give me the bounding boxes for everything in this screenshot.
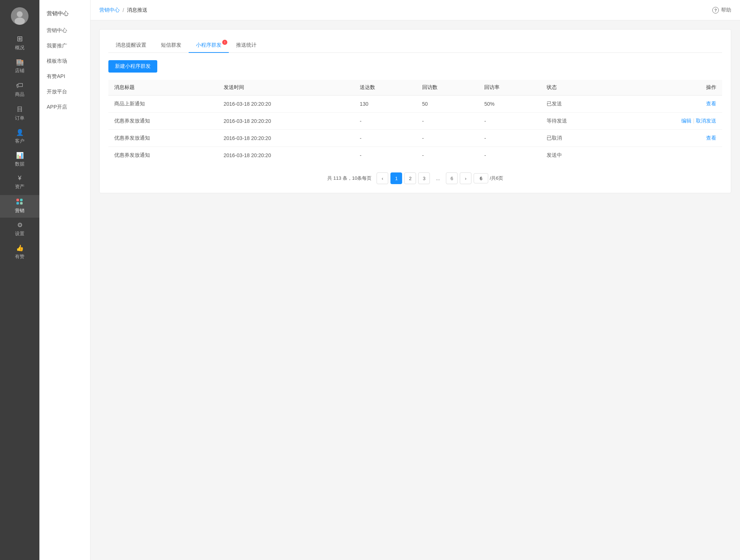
cell-send-time: 2016-03-18 20:20:20 <box>218 130 354 147</box>
sidebar-item-marketing[interactable]: 营销 <box>0 195 39 218</box>
sub-sidebar: 营销中心 营销中心 我要推广 模板市场 有赞API 开放平台 APP开店 <box>39 0 90 560</box>
cell-status: 等待发送 <box>541 113 615 130</box>
pagination-total-pages-label: /共6页 <box>490 175 503 182</box>
sidebar-item-shop-label: 店铺 <box>15 67 24 74</box>
sidebar-item-orders[interactable]: 目 订单 <box>0 101 39 125</box>
sidebar-item-marketing-label: 营销 <box>15 207 24 214</box>
sidebar-item-youzan-label: 有赞 <box>15 253 24 260</box>
cell-revisit-rate: - <box>478 147 541 164</box>
pagination-page-1[interactable]: 1 <box>390 172 402 184</box>
tabs-container: 消息提醒设置 短信群发 小程序群发 ! 推送统计 <box>108 38 722 53</box>
col-action: 操作 <box>615 80 722 96</box>
cell-title: 优惠券发放通知 <box>108 147 218 164</box>
help-button[interactable]: ? 帮助 <box>712 7 731 13</box>
orders-icon: 目 <box>17 105 23 113</box>
sub-sidebar-item-open-platform[interactable]: 开放平台 <box>39 84 90 100</box>
cell-send-time: 2016-03-18 20:20:20 <box>218 147 354 164</box>
cell-status: 发送中 <box>541 147 615 164</box>
cell-send-time: 2016-03-18 20:20:20 <box>218 96 354 113</box>
shop-icon: 🏬 <box>16 58 24 66</box>
cell-reach-count: 130 <box>354 96 416 113</box>
sidebar-item-settings[interactable]: ⚙ 设置 <box>0 218 39 241</box>
sidebar-item-settings-label: 设置 <box>15 230 24 237</box>
sub-sidebar-item-promote[interactable]: 我要推广 <box>39 38 90 54</box>
cell-reach-count: - <box>354 147 416 164</box>
tab-alert-settings[interactable]: 消息提醒设置 <box>108 38 154 53</box>
cell-actions <box>615 147 722 164</box>
breadcrumb-separator: / <box>123 7 124 13</box>
action-link[interactable]: 查看 <box>706 135 716 141</box>
sidebar-item-assets-label: 资产 <box>15 183 24 190</box>
cell-revisit-rate: 50% <box>478 96 541 113</box>
content-area: 消息提醒设置 短信群发 小程序群发 ! 推送统计 新建小程序群发 <box>90 20 740 560</box>
cell-revisit-count: - <box>416 130 479 147</box>
content-card: 消息提醒设置 短信群发 小程序群发 ! 推送统计 新建小程序群发 <box>99 29 731 193</box>
sidebar-item-youzan[interactable]: 👍 有赞 <box>0 241 39 264</box>
pagination: 共 113 条，10条每页 ‹ 1 2 3 ... 6 › /共6页 <box>108 172 722 184</box>
sub-sidebar-item-template[interactable]: 模板市场 <box>39 54 90 69</box>
tab-alert-settings-label: 消息提醒设置 <box>116 42 146 48</box>
settings-icon: ⚙ <box>17 221 23 229</box>
table-row: 优惠券发放通知2016-03-18 20:20:20---发送中 <box>108 147 722 164</box>
cell-reach-count: - <box>354 113 416 130</box>
help-icon: ? <box>712 7 719 13</box>
tab-mini-program-label: 小程序群发 <box>196 42 221 48</box>
sidebar-item-data-label: 数据 <box>15 161 24 167</box>
cell-actions: 编辑|取消发送 <box>615 113 722 130</box>
tab-push-stats[interactable]: 推送统计 <box>229 38 264 53</box>
tab-mini-program-broadcast[interactable]: 小程序群发 ! <box>189 38 229 53</box>
pagination-goto-input[interactable] <box>474 173 488 183</box>
sidebar-item-customers-label: 客户 <box>15 138 24 144</box>
breadcrumb-marketing-link[interactable]: 营销中心 <box>99 7 120 13</box>
action-link[interactable]: 取消发送 <box>696 118 716 124</box>
pagination-total: 共 113 条，10条每页 <box>327 175 371 182</box>
col-revisit-rate: 回访率 <box>478 80 541 96</box>
table-row: 优惠券发放通知2016-03-18 20:20:20---等待发送编辑|取消发送 <box>108 113 722 130</box>
customers-icon: 👤 <box>16 129 24 136</box>
sub-sidebar-item-api[interactable]: 有赞API <box>39 69 90 84</box>
pagination-total-pages: /共6页 <box>474 173 503 183</box>
pagination-ellipsis: ... <box>432 172 444 184</box>
breadcrumb-current: 消息推送 <box>127 7 147 13</box>
sidebar: ⊞ 概况 🏬 店铺 🏷 商品 目 订单 👤 客户 📊 数据 ¥ 资产 营销 <box>0 0 39 560</box>
col-reach-count: 送达数 <box>354 80 416 96</box>
svg-point-1 <box>17 11 23 17</box>
cell-revisit-rate: - <box>478 130 541 147</box>
sub-sidebar-title: 营销中心 <box>39 6 90 23</box>
action-link[interactable]: 编辑 <box>681 118 691 124</box>
cell-revisit-rate: - <box>478 113 541 130</box>
sidebar-item-overview[interactable]: ⊞ 概况 <box>0 31 39 55</box>
pagination-prev[interactable]: ‹ <box>377 172 388 184</box>
data-icon: 📊 <box>16 152 24 159</box>
tab-sms-broadcast[interactable]: 短信群发 <box>154 38 189 53</box>
sidebar-item-goods[interactable]: 🏷 商品 <box>0 78 39 101</box>
pagination-page-2[interactable]: 2 <box>404 172 416 184</box>
goods-icon: 🏷 <box>16 81 23 90</box>
cell-send-time: 2016-03-18 20:20:20 <box>218 113 354 130</box>
new-broadcast-button[interactable]: 新建小程序群发 <box>108 60 157 73</box>
table-row: 优惠券发放通知2016-03-18 20:20:20---已取消查看 <box>108 130 722 147</box>
sidebar-item-shop[interactable]: 🏬 店铺 <box>0 55 39 78</box>
pagination-page-6[interactable]: 6 <box>446 172 458 184</box>
sub-sidebar-item-app-shop[interactable]: APP开店 <box>39 100 90 115</box>
message-table: 消息标题 发送时间 送达数 回访数 回访率 状态 操作 商品上新通知2016-0… <box>108 80 722 164</box>
tab-push-stats-label: 推送统计 <box>236 42 257 48</box>
sidebar-item-goods-label: 商品 <box>15 91 24 98</box>
sidebar-item-data[interactable]: 📊 数据 <box>0 148 39 171</box>
sidebar-item-customers[interactable]: 👤 客户 <box>0 125 39 148</box>
col-status: 状态 <box>541 80 615 96</box>
action-link[interactable]: 查看 <box>706 101 716 106</box>
cell-revisit-count: - <box>416 113 479 130</box>
pagination-next[interactable]: › <box>460 172 471 184</box>
overview-icon: ⊞ <box>17 34 23 43</box>
main-area: 营销中心 / 消息推送 ? 帮助 消息提醒设置 短信群发 小程序群发 ! <box>90 0 740 560</box>
pagination-page-3[interactable]: 3 <box>418 172 430 184</box>
cell-status: 已发送 <box>541 96 615 113</box>
help-label: 帮助 <box>721 7 731 13</box>
sidebar-item-orders-label: 订单 <box>15 115 24 121</box>
cell-title: 商品上新通知 <box>108 96 218 113</box>
avatar <box>11 7 28 25</box>
sub-sidebar-item-marketing-center[interactable]: 营销中心 <box>39 23 90 38</box>
sidebar-item-assets[interactable]: ¥ 资产 <box>0 171 39 194</box>
cell-status: 已取消 <box>541 130 615 147</box>
